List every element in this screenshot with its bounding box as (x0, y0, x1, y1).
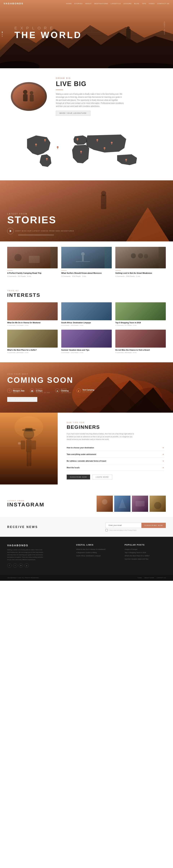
svg-marker-31 (57, 148, 58, 149)
newsletter-subscribe-btn[interactable]: SUBSCRIBE NOW (142, 523, 166, 528)
interest-card-2[interactable]: Top 5 Shopping Tours in 2018 0 Comments … (115, 302, 166, 326)
nav-stories[interactable]: STORIES (74, 3, 82, 4)
interest-card-0[interactable]: What Do We Do in Vienna On Weekend 0 Com… (7, 302, 58, 326)
play-circle (7, 228, 14, 234)
article-card-2[interactable]: Getting Lost Is Not As Great Weakness 0 … (115, 247, 166, 277)
coming-activity-text: Activity Climbing Late event short (61, 388, 71, 394)
nav-about[interactable]: ABOUT (85, 3, 92, 4)
footer-bot-link-1[interactable]: ABOUT HOME (144, 577, 154, 579)
accordion-item-0[interactable]: How to choose your destination + (67, 444, 164, 451)
article-card-0[interactable]: A Perfect Family Camping Road Trip 0 Com… (7, 247, 58, 277)
interest-card-1[interactable]: South Africa: Destination Limpopo 0 Comm… (61, 302, 112, 326)
interest-thumb-0 (7, 302, 58, 320)
newsletter-checkbox[interactable] (105, 529, 108, 531)
interest-thumb-4 (61, 330, 112, 348)
subscribe-btn[interactable]: SUBSCRIBE NOW (67, 474, 90, 479)
article-title-1: What Surfers Should Know about Morocco (61, 272, 112, 274)
coming-destination: 📍 Destination Mangari, Italy Type Here ↓ (7, 388, 25, 394)
footer-link-1[interactable]: A Beginner's Guide to Hiking (76, 552, 118, 554)
article-comments-0: 0 Comments (7, 275, 17, 277)
nav-contact[interactable]: CONTACT US (157, 3, 169, 4)
svg-point-66 (15, 416, 43, 438)
svg-rect-11 (30, 95, 34, 101)
footer-post-2[interactable]: What's the Best Place for a Selfie? (125, 555, 166, 557)
article-title-2: Getting Lost Is Not As Great Weakness (115, 272, 166, 274)
accordion-item-2[interactable]: Be ruthless: consider alternate forms of… (67, 458, 164, 464)
footer-bottom-links: HOME ABOUT HOME CONTACT US (138, 577, 166, 579)
nav-blog[interactable]: BLOG (134, 3, 139, 4)
svg-point-42 (81, 252, 85, 256)
dream-book-btn[interactable]: BOOK YOUR ADVENTURE (56, 111, 91, 116)
newsletter-form-group: SUBSCRIBE NOW I have read and agree to t… (105, 523, 166, 531)
footer-popular-posts-title: Popular Posts (125, 544, 166, 546)
svg-rect-9 (23, 94, 28, 101)
nav-tips[interactable]: TIPS (142, 3, 146, 4)
articles-grid: A Perfect Family Camping Road Trip 0 Com… (7, 247, 166, 277)
hero-text: EXPLORE THE WORLD (7, 40, 75, 54)
interest-card-4[interactable]: Summer Vacation Ideas and Tips 0 Comment… (61, 330, 112, 353)
interest-meta-3: 0 Comments · 860 Reads · 4 min (7, 352, 58, 353)
svg-point-18 (77, 138, 78, 140)
social-facebook-icon[interactable]: f (7, 563, 11, 568)
dream-title: LIVE BIG (56, 80, 162, 88)
coming-activity-label: Activity (61, 388, 71, 390)
accordion-icon-1: + (163, 453, 164, 456)
interests-section: TRIPS BY INTERESTS What Do We Do in Vien… (0, 283, 173, 362)
learn-more-btn[interactable]: LEARN MORE (92, 474, 112, 479)
hero-section: EXPLORE THE WORLD SCROLL DOWN (0, 0, 173, 68)
article-card-1[interactable]: What Surfers Should Know about Morocco 3… (61, 247, 112, 277)
play-button[interactable]: DONT MISS OUR LATEST VIDEOS FROM NEW ADV… (7, 228, 74, 234)
svg-point-30 (57, 146, 58, 148)
footer-post-0[interactable]: Images of Danger (125, 549, 166, 550)
location-icon: 📍 (7, 389, 11, 393)
newsletter-checkbox-group[interactable]: I have read and agree to the Privacy Pol… (105, 529, 166, 531)
interests-title: INTERESTS (7, 292, 166, 298)
nav-destinations[interactable]: DESTINATIONS (94, 3, 108, 4)
footer-bot-link-2[interactable]: CONTACT US (156, 577, 166, 579)
nav-logo[interactable]: VAGABONDS (4, 2, 24, 5)
newsletter-email-input[interactable] (105, 523, 142, 528)
footer-link-0[interactable]: What Do We Do in Vienna On Weekend? (76, 549, 118, 550)
footer-post-3[interactable]: Summer Vacation Ideas and Tips (125, 558, 166, 560)
interest-card-3[interactable]: What's the Best Place for a Selfie? 0 Co… (7, 330, 58, 353)
dream-content: DREAM BIG LIVE BIG Making a career out o… (56, 77, 162, 116)
footer-bot-link-0[interactable]: HOME (138, 577, 142, 579)
svg-point-7 (13, 84, 45, 109)
interest-title-3: What's the Best Place for a Selfie? (7, 349, 58, 351)
nav-video[interactable]: VIDEO (149, 3, 155, 4)
svg-rect-5 (126, 29, 131, 39)
svg-point-8 (23, 90, 27, 94)
coming-duration-text: Duration 11 Days January 15 - 25, 2018 (36, 388, 50, 394)
footer-logo: VAGABONDS (7, 544, 69, 547)
accordion-item-1[interactable]: Take everything under advisement + (67, 451, 164, 458)
svg-rect-43 (82, 256, 84, 261)
svg-point-6 (127, 26, 130, 29)
interests-tag: TRIPS BY (7, 290, 166, 291)
nav-home[interactable]: HOME (66, 3, 72, 4)
footer-post-1[interactable]: Top 5 Shopping Tours in 2018 (125, 552, 166, 554)
article-reads-1: 1234 Reads (72, 275, 81, 277)
insta-photo-1[interactable] (114, 496, 130, 512)
accordion-item-3[interactable]: Meet the locals + (67, 464, 164, 471)
article-reads-2: 2568 Reads (126, 275, 135, 277)
insta-photo-3[interactable] (150, 496, 166, 512)
insta-photo-0[interactable] (97, 496, 113, 512)
coming-btn[interactable]: FOR HIRE ADVENTURE (7, 397, 37, 402)
newsletter-title-group: RECEIVE NEWS (7, 525, 38, 529)
social-twitter-icon[interactable]: t (13, 563, 17, 568)
nav-leisure[interactable]: LEISURE (123, 3, 132, 4)
footer-link-2[interactable]: South Africa: Destination Limpopo (76, 555, 118, 557)
accordion-label-0: How to choose your destination (67, 447, 94, 449)
interest-card-5[interactable]: Do not Miss the Chance to Visit a Desert… (115, 330, 166, 353)
interests-grid: What Do We Do in Vienna On Weekend 0 Com… (7, 302, 166, 353)
accordion-icon-3: + (163, 466, 164, 469)
svg-point-46 (131, 253, 136, 258)
calendar-icon: 📅 (30, 389, 34, 393)
social-instagram-icon[interactable]: in (19, 563, 23, 568)
social-pinterest-icon[interactable]: p (25, 563, 29, 568)
navigation: VAGABONDS HOME STORIES ABOUT DESTINATION… (0, 0, 173, 7)
insta-photo-2[interactable] (132, 496, 148, 512)
footer-social: f t in p (7, 563, 69, 568)
scroll-dot-3 (2, 36, 3, 37)
nav-lifestyle[interactable]: LIFESTYLE (110, 3, 121, 4)
